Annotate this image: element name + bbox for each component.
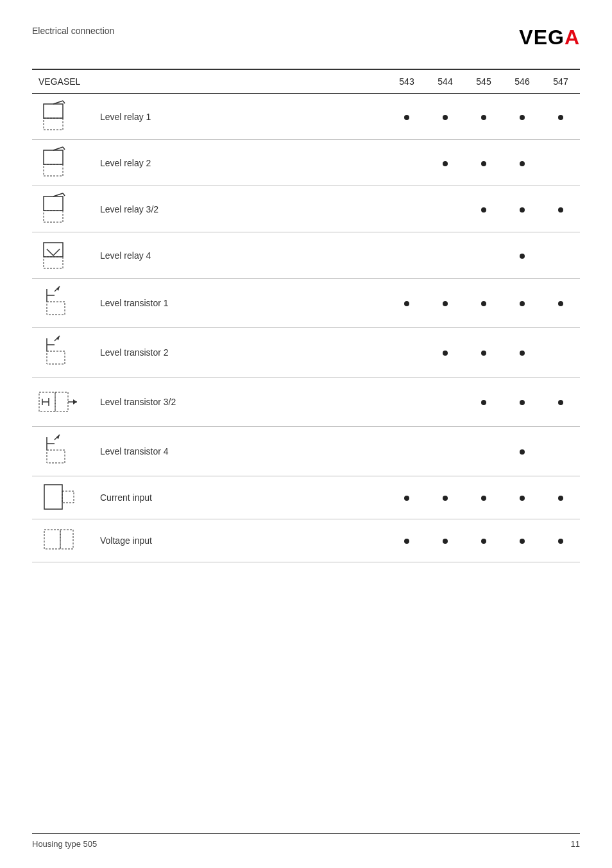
row-icon-relay4 [32,232,94,279]
svg-rect-35 [47,450,65,463]
row-icon-relay2 [32,140,94,186]
col-header-545: 545 [464,69,503,94]
table-row: Voltage input [32,519,580,562]
cell-r7-c2 [464,427,503,476]
cell-r6-c4 [541,378,580,427]
table-row: Level transistor 2 [32,328,580,378]
dot-indicator [481,207,486,213]
cell-r0-c2 [464,94,503,140]
cell-r4-c0 [387,279,426,328]
svg-rect-1 [44,118,63,130]
dot-indicator [481,161,486,166]
svg-marker-30 [73,399,77,404]
dot-indicator [481,115,486,120]
cell-r8-c2 [464,476,503,519]
row-label-3: Level relay 4 [94,232,387,279]
row-icon-transistor2 [32,328,94,378]
svg-rect-9 [44,211,63,222]
dot-indicator [558,207,563,213]
row-label-0: Level relay 1 [94,94,387,140]
dot-indicator [558,496,563,501]
cell-r5-c1 [426,328,464,378]
table-row: Level relay 1 [32,94,580,140]
cell-r1-c0 [387,140,426,186]
row-icon-voltage [32,519,94,562]
dot-indicator [443,161,448,166]
cell-r8-c1 [426,476,464,519]
table-row: Level relay 2 [32,140,580,186]
dot-indicator [520,301,525,306]
col-header-543: 543 [387,69,426,94]
dot-indicator [481,496,486,501]
dot-indicator [443,539,448,544]
svg-rect-36 [44,485,62,509]
cell-r0-c1 [426,94,464,140]
cell-r2-c4 [541,186,580,232]
svg-rect-39 [60,530,73,549]
dot-indicator [481,301,486,306]
cell-r3-c2 [464,232,503,279]
row-label-6: Level transistor 3/2 [94,378,387,427]
svg-rect-12 [44,243,63,257]
row-icon-relay1 [32,94,94,140]
svg-rect-37 [62,491,74,503]
dot-indicator [558,539,563,544]
logo-veg: VEG [519,26,565,49]
cell-r7-c4 [541,427,580,476]
cell-r5-c3 [503,328,541,378]
cell-r5-c4 [541,328,580,378]
cell-r4-c1 [426,279,464,328]
cell-r8-c0 [387,476,426,519]
row-label-9: Voltage input [94,519,387,562]
col-header-544: 544 [426,69,464,94]
col-header-547: 547 [541,69,580,94]
cell-r2-c2 [464,186,503,232]
header-title: Electrical connection [32,26,114,36]
cell-r7-c0 [387,427,426,476]
cell-r7-c1 [426,427,464,476]
dot-indicator [443,351,448,356]
row-label-2: Level relay 3/2 [94,186,387,232]
col-header-546: 546 [503,69,541,94]
dot-indicator [520,161,525,166]
table-row: Level transistor 4 [32,427,580,476]
cell-r9-c0 [387,519,426,562]
dot-indicator [481,351,486,356]
cell-r9-c1 [426,519,464,562]
dot-indicator [443,301,448,306]
svg-rect-8 [44,196,63,211]
row-label-8: Current input [94,476,387,519]
dot-indicator [404,301,409,306]
cell-r1-c3 [503,140,541,186]
logo-a: A [565,26,580,49]
cell-r4-c2 [464,279,503,328]
row-icon-transistor32 [32,378,94,427]
cell-r5-c0 [387,328,426,378]
table-header-row: VEGASEL 543 544 545 546 547 [32,69,580,94]
cell-r4-c3 [503,279,541,328]
dot-indicator [520,449,525,455]
table-container: VEGASEL 543 544 545 546 547 [32,69,580,562]
cell-r8-c4 [541,476,580,519]
dot-indicator [443,115,448,120]
svg-marker-34 [56,435,60,439]
cell-r0-c0 [387,94,426,140]
dot-indicator [558,115,563,120]
svg-marker-17 [56,286,60,291]
dot-indicator [481,539,486,544]
svg-rect-18 [47,302,65,315]
cell-r4-c4 [541,279,580,328]
dot-indicator [520,254,525,259]
dot-indicator [558,301,563,306]
dot-indicator [558,400,563,405]
table-row: Level relay 3/2 [32,186,580,232]
dot-indicator [404,539,409,544]
cell-r9-c3 [503,519,541,562]
dot-indicator [404,496,409,501]
row-icon-transistor4 [32,427,94,476]
svg-rect-5 [44,164,63,176]
cell-r0-c3 [503,94,541,140]
cell-r2-c0 [387,186,426,232]
dot-indicator [443,496,448,501]
svg-line-7 [63,147,65,150]
